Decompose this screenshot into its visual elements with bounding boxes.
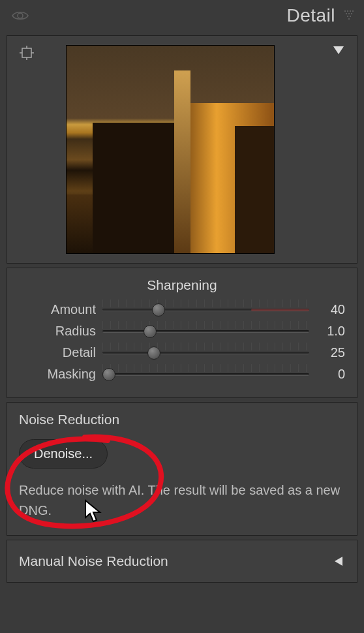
svg-point-0 — [18, 13, 23, 18]
radius-slider[interactable] — [102, 325, 309, 338]
slider-label: Amount — [19, 302, 96, 317]
detail-preview-image[interactable] — [66, 45, 275, 254]
target-loupe-icon[interactable] — [19, 45, 35, 254]
panel-header: Detail — [0, 0, 364, 31]
slider-row-radius: Radius 1.0 — [19, 324, 345, 339]
slider-label: Radius — [19, 324, 96, 339]
noise-reduction-description: Reduce noise with AI. The result will be… — [19, 480, 345, 521]
masking-slider[interactable] — [102, 368, 309, 381]
collapse-triangle-icon[interactable] — [332, 45, 345, 254]
amount-slider[interactable] — [102, 303, 309, 316]
slider-value[interactable]: 0 — [316, 367, 345, 382]
visibility-eye-icon[interactable] — [12, 10, 29, 22]
slider-row-amount: Amount 40 — [19, 302, 345, 317]
panel-switch-icon[interactable] — [343, 9, 356, 22]
noise-reduction-title: Noise Reduction — [19, 412, 345, 427]
svg-marker-6 — [333, 46, 344, 54]
sharpening-section: Sharpening Amount 40 Radius 1.0 Detail 2… — [7, 268, 357, 398]
preview-section — [7, 35, 357, 264]
denoise-button[interactable]: Denoise... — [19, 439, 108, 469]
slider-label: Detail — [19, 345, 96, 360]
slider-value[interactable]: 25 — [316, 345, 345, 360]
manual-noise-reduction-section[interactable]: Manual Noise Reduction — [7, 540, 357, 583]
slider-row-detail: Detail 25 — [19, 345, 345, 360]
manual-noise-title: Manual Noise Reduction — [19, 553, 168, 569]
expand-triangle-icon[interactable] — [333, 555, 345, 567]
slider-label: Masking — [19, 367, 96, 382]
slider-row-masking: Masking 0 — [19, 367, 345, 382]
sharpening-title: Sharpening — [19, 277, 345, 293]
noise-reduction-section: Noise Reduction Denoise... Reduce noise … — [7, 402, 357, 536]
detail-slider[interactable] — [102, 347, 309, 360]
svg-rect-1 — [22, 48, 31, 57]
slider-value[interactable]: 40 — [316, 302, 345, 317]
svg-marker-7 — [335, 557, 342, 566]
panel-title: Detail — [286, 5, 335, 26]
slider-value[interactable]: 1.0 — [316, 324, 345, 339]
